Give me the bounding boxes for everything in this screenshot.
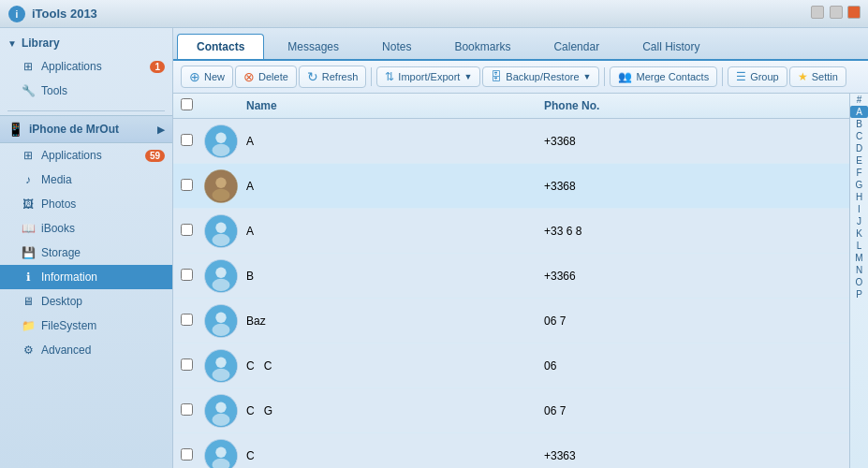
alpha-M[interactable]: M [850,252,868,264]
tab-contacts[interactable]: Contacts [177,34,264,59]
tabs-bar: Contacts Messages Notes Bookmarks Calend… [173,28,868,61]
svg-point-4 [213,143,230,155]
row-checkbox-3[interactable] [181,224,193,236]
tab-messages[interactable]: Messages [268,34,359,59]
tab-callhistory[interactable]: Call History [623,34,719,59]
settings-button[interactable]: ★ Settin [789,66,846,87]
tab-notes[interactable]: Notes [362,34,431,59]
row-avatar-5 [204,304,246,338]
sidebar-item-advanced[interactable]: ⚙ Advanced [0,338,172,362]
maximize-btn[interactable] [830,6,843,19]
sidebar-item-photos-label: Photos [41,197,76,211]
mergecontacts-button[interactable]: 👥 Merge Contacts [610,66,717,87]
sidebar-item-applications[interactable]: ⊞ Applications 1 [0,54,172,79]
minimize-btn[interactable] [811,6,824,19]
row-name-8: C [246,449,544,462]
svg-point-21 [215,402,226,412]
alpha-E[interactable]: E [850,154,868,167]
alpha-C[interactable]: C [850,130,868,142]
alpha-B[interactable]: B [850,118,868,130]
library-header[interactable]: ▼ Library [0,32,172,54]
alpha-hash[interactable]: # [850,94,868,106]
avatar-circle-8 [204,439,238,469]
sidebar-item-desktop[interactable]: 🖥 Desktop [0,289,172,314]
iphone-section[interactable]: 📱 iPhone de MrOut ▶ [0,115,172,143]
sidebar-item-filesystem[interactable]: 📁 FileSystem [0,314,172,338]
row-phone-5: 06 7 [544,314,842,328]
toolbar-sep-3 [722,67,723,86]
alpha-H[interactable]: H [850,191,868,203]
group-icon: ☰ [736,70,746,83]
table-row[interactable]: A +33 6 8 [173,209,849,254]
new-icon: ⊕ [189,69,200,84]
avatar-circle-3 [204,214,238,248]
sidebar-item-storage[interactable]: 💾 Storage [0,241,172,265]
table-row[interactable]: C G 06 7 [173,388,849,433]
alpha-P[interactable]: P [850,288,868,300]
alpha-K[interactable]: K [850,227,868,240]
row-check-1[interactable] [181,134,204,149]
row-check-2[interactable] [181,179,204,194]
row-check-4[interactable] [181,269,204,284]
row-checkbox-7[interactable] [181,403,193,416]
delete-button[interactable]: ⊗ Delete [235,66,297,88]
avatar-circle-7 [204,394,238,428]
row-name-6: C C [246,359,544,373]
row-checkbox-5[interactable] [181,314,193,326]
row-check-8[interactable] [181,448,204,463]
alpha-D[interactable]: D [850,142,868,154]
alpha-O[interactable]: O [850,276,868,288]
refresh-button[interactable]: ↻ Refresh [299,66,367,88]
table-row[interactable]: Baz 06 7 [173,299,849,344]
sidebar-item-ibooks[interactable]: 📖 iBooks [0,216,172,241]
alpha-A[interactable]: A [850,106,868,118]
table-row[interactable]: B +3366 [173,254,849,299]
svg-text:i: i [16,9,19,20]
alpha-L[interactable]: L [850,240,868,252]
row-checkbox-8[interactable] [181,448,193,461]
iphone-arrow-icon: ▶ [157,124,165,135]
tab-bookmarks[interactable]: Bookmarks [434,34,530,59]
header-check[interactable] [181,98,204,113]
row-checkbox-4[interactable] [181,269,193,281]
row-checkbox-2[interactable] [181,179,193,191]
svg-point-16 [213,323,230,335]
row-check-3[interactable] [181,224,204,239]
sidebar-item-applications2[interactable]: ⊞ Applications 59 [0,143,172,168]
alpha-J[interactable]: J [850,215,868,227]
table-row[interactable]: C C 06 [173,344,849,388]
sidebar-item-information[interactable]: ℹ Information [0,265,172,289]
importexport-button[interactable]: ⇅ Import/Export ▼ [376,66,480,87]
content-area: Contacts Messages Notes Bookmarks Calend… [173,28,868,468]
table-row[interactable]: A +3368 [173,119,849,164]
avatar-photo-2 [204,169,238,203]
tab-calendar[interactable]: Calendar [534,34,619,59]
alpha-I[interactable]: I [850,203,868,215]
iphone-label: iPhone de MrOut [29,123,119,136]
alpha-F[interactable]: F [850,167,868,179]
row-checkbox-1[interactable] [181,134,193,146]
alpha-N[interactable]: N [850,264,868,276]
row-check-5[interactable] [181,314,204,329]
sidebar-item-ibooks-label: iBooks [41,222,75,235]
sidebar-item-applications-label: Applications [41,60,102,73]
select-all-checkbox[interactable] [181,98,193,110]
advanced-icon: ⚙ [21,343,36,358]
row-phone-2: +3368 [544,180,842,193]
close-btn[interactable] [847,6,861,19]
new-button[interactable]: ⊕ New [181,66,233,88]
backuprestore-button[interactable]: 🗄 Backup/Restore ▼ [482,66,599,87]
library-label: Library [22,37,60,50]
svg-point-22 [213,413,230,425]
table-row[interactable]: A +3368 [173,164,849,209]
sidebar-item-photos[interactable]: 🖼 Photos [0,192,172,216]
table-row[interactable]: C +3363 [173,433,849,468]
row-phone-3: +33 6 8 [544,225,842,238]
group-button[interactable]: ☰ Group [728,66,787,87]
alpha-G[interactable]: G [850,179,868,191]
row-checkbox-6[interactable] [181,358,193,371]
sidebar-item-media[interactable]: ♪ Media [0,168,172,192]
sidebar-item-tools[interactable]: 🔧 Tools [0,79,172,103]
row-check-7[interactable] [181,403,204,418]
row-check-6[interactable] [181,358,204,373]
